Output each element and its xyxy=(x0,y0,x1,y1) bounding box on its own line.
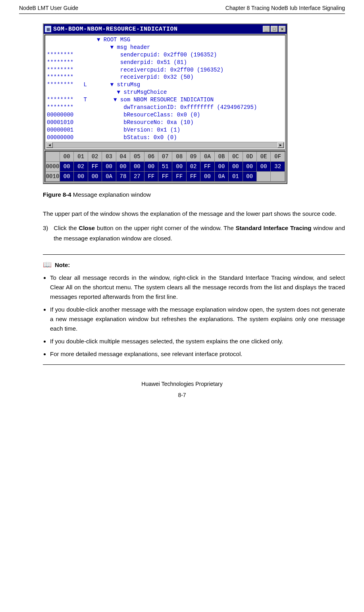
hex-col: 08 xyxy=(172,152,186,162)
note-item: If you double-click another message with… xyxy=(50,305,345,333)
header-left: NodeB LMT User Guide xyxy=(19,5,78,11)
hex-col: 05 xyxy=(130,152,144,162)
maximize-button[interactable]: □ xyxy=(271,26,278,32)
hex-col: 06 xyxy=(144,152,158,162)
hex-byte: 00 xyxy=(243,172,256,182)
message-window: ▦ SOM-BDOM-NBOM-RESOURCE-INDICATION _ □ … xyxy=(43,23,287,184)
h-scrollbar[interactable]: ◄ ► xyxy=(46,142,284,148)
hex-byte: 0A xyxy=(214,172,228,182)
hex-col: 01 xyxy=(74,152,88,162)
minimize-button[interactable]: _ xyxy=(263,26,270,32)
hex-byte: FF xyxy=(200,162,214,172)
sit-bold: Standard Interface Tracing xyxy=(236,225,312,231)
titlebar: ▦ SOM-BDOM-NBOM-RESOURCE-INDICATION _ □ … xyxy=(44,24,287,34)
hex-col: 0C xyxy=(229,152,243,162)
hex-byte: 00 xyxy=(229,162,243,172)
note-top-rule xyxy=(43,254,345,255)
note-list: To clear all message records in the wind… xyxy=(43,273,345,359)
app-icon: ▦ xyxy=(44,25,52,33)
hex-col: 0F xyxy=(271,152,285,162)
step-number: 3) xyxy=(43,223,48,243)
scroll-left-icon[interactable]: ◄ xyxy=(46,142,53,148)
scroll-right-icon[interactable]: ► xyxy=(277,142,284,148)
hex-byte: FF xyxy=(88,162,102,172)
hex-col: 0B xyxy=(214,152,228,162)
close-bold: Close xyxy=(79,225,95,231)
hex-byte: FF xyxy=(158,172,172,182)
hex-col: 02 xyxy=(88,152,102,162)
hex-empty xyxy=(271,172,285,182)
hex-byte: 00 xyxy=(243,162,256,172)
hex-byte: 32 xyxy=(271,162,285,172)
hex-byte: 0A xyxy=(102,172,116,182)
hex-col: 04 xyxy=(116,152,130,162)
hex-col: 0A xyxy=(200,152,214,162)
message-tree-pane: ▼ ROOT MSG ▼ msg header ******** senderc… xyxy=(44,35,286,150)
header-rule xyxy=(19,14,345,14)
window-title: SOM-BDOM-NBOM-RESOURCE-INDICATION xyxy=(53,26,262,33)
hex-byte: 02 xyxy=(186,162,200,172)
step-3: 3) Click the Close button on the upper r… xyxy=(43,223,345,243)
footer-proprietary: Huawei Technologies Proprietary xyxy=(19,381,345,387)
hex-byte: 00 xyxy=(102,162,116,172)
hex-col: 00 xyxy=(60,152,74,162)
close-button[interactable]: × xyxy=(279,26,286,32)
note-item: For more detailed message explanations, … xyxy=(50,349,345,359)
hex-byte: 00 xyxy=(256,162,270,172)
hex-byte: 78 xyxy=(116,172,130,182)
hex-byte: 27 xyxy=(130,172,144,182)
hex-col: 0E xyxy=(256,152,270,162)
note-item: To clear all message records in the wind… xyxy=(50,273,345,302)
hex-byte: 00 xyxy=(60,162,74,172)
hex-col: 0D xyxy=(243,152,256,162)
hex-byte: 00 xyxy=(172,162,186,172)
book-icon: 📖 xyxy=(43,260,52,269)
hex-byte: 00 xyxy=(130,162,144,172)
paragraph-upper-lower: The upper part of the window shows the e… xyxy=(43,209,345,218)
hex-byte: 00 xyxy=(144,162,158,172)
hex-byte: 00 xyxy=(116,162,130,172)
figure-caption: Figure 8-4 Message explanation window xyxy=(43,191,345,198)
hex-byte: 02 xyxy=(74,162,88,172)
hex-col: 09 xyxy=(186,152,200,162)
hex-byte: 01 xyxy=(229,172,243,182)
hex-byte: FF xyxy=(172,172,186,182)
hex-table: 000102030405060708090A0B0C0D0E0F00000002… xyxy=(45,151,285,182)
hex-byte: FF xyxy=(186,172,200,182)
hex-byte: 00 xyxy=(74,172,88,182)
header-right: Chapter 8 Tracing NodeB Iub Interface Si… xyxy=(225,5,345,11)
hex-byte: 00 xyxy=(200,172,214,182)
hex-byte: 00 xyxy=(60,172,74,182)
note-bottom-rule xyxy=(43,364,345,365)
figure-label: Figure 8-4 xyxy=(43,191,71,198)
message-tree: ▼ ROOT MSG ▼ msg header ******** senderc… xyxy=(45,35,285,142)
hex-empty xyxy=(256,172,270,182)
hex-col: 03 xyxy=(102,152,116,162)
figure-text: Message explanation window xyxy=(71,191,151,198)
t: Click the xyxy=(54,225,79,231)
note-heading: 📖 Note: xyxy=(43,260,345,269)
hex-dump-pane: 000102030405060708090A0B0C0D0E0F00000002… xyxy=(44,151,286,182)
t: button on the upper right corner of the … xyxy=(95,225,236,231)
hex-addr: 0000 xyxy=(46,162,60,172)
note-label: Note: xyxy=(55,261,70,268)
hex-col: 07 xyxy=(158,152,172,162)
step-text: Click the Close button on the upper righ… xyxy=(54,223,345,243)
page-number: 8-7 xyxy=(19,392,345,398)
hex-byte: 00 xyxy=(214,162,228,172)
hex-byte: FF xyxy=(144,172,158,182)
note-item: If you double-click multiple messages se… xyxy=(50,337,345,346)
hex-byte: 51 xyxy=(158,162,172,172)
hex-addr: 0010 xyxy=(46,172,60,182)
hex-byte: 00 xyxy=(88,172,102,182)
